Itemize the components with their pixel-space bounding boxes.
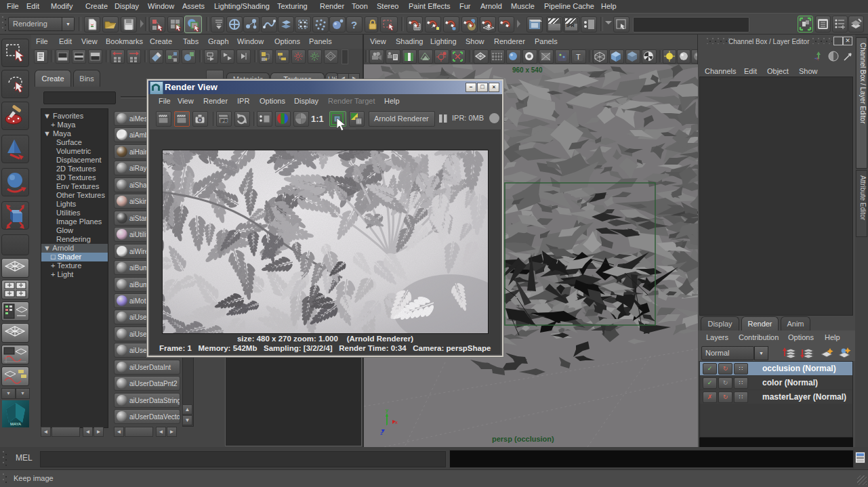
svg-text:x: x [395, 419, 398, 425]
svg-text:z: z [380, 430, 383, 436]
svg-text:MAYA: MAYA [10, 422, 21, 426]
svg-text:960 x 540: 960 x 540 [512, 66, 543, 74]
svg-text:?: ? [351, 19, 357, 30]
svg-text:persp (occlusion): persp (occlusion) [492, 435, 554, 443]
svg-text:y: y [386, 407, 388, 413]
svg-text:T: T [576, 53, 581, 61]
svg-text:IPR: IPR [220, 119, 228, 123]
